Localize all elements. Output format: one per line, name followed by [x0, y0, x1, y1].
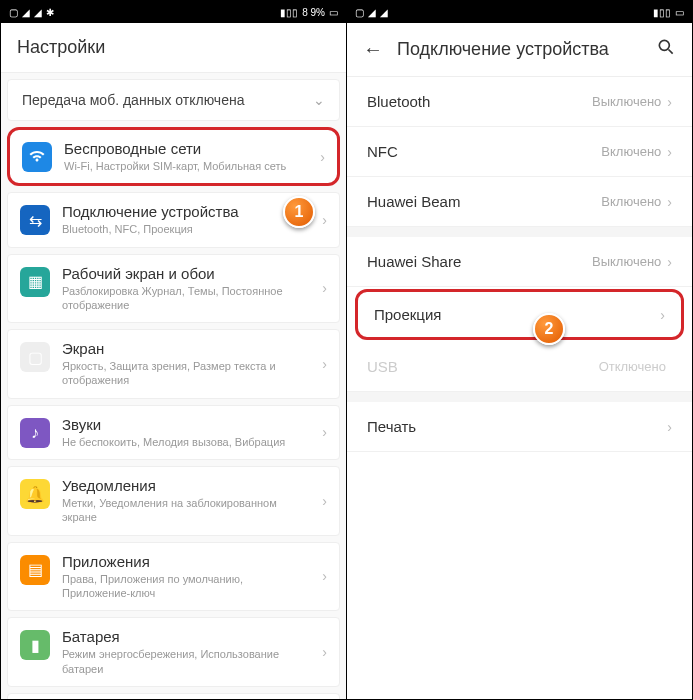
mobile-data-banner[interactable]: Передача моб. данных отключена ⌄ [7, 79, 340, 121]
item-sub: Режим энергосбережения, Использование ба… [62, 647, 310, 676]
chevron-right-icon: › [322, 212, 327, 228]
row-bluetooth[interactable]: Bluetooth Выключено › [347, 77, 692, 127]
row-value: Включено [601, 144, 661, 159]
row-label: USB [367, 358, 599, 375]
svg-line-1 [669, 50, 673, 54]
row-label: Huawei Share [367, 253, 592, 270]
item-sub: Не беспокоить, Мелодия вызова, Вибрация [62, 435, 310, 449]
item-display[interactable]: ▢ Экран Яркость, Защита зрения, Размер т… [7, 329, 340, 399]
chevron-right-icon: › [322, 493, 327, 509]
back-icon[interactable]: ← [363, 38, 383, 61]
item-label: Подключение устройства [62, 203, 310, 220]
item-notifications[interactable]: 🔔 Уведомления Метки, Уведомления на забл… [7, 466, 340, 536]
row-label: Bluetooth [367, 93, 592, 110]
battery-icon: ▮ [20, 630, 50, 660]
wallpaper-icon: ▦ [20, 267, 50, 297]
apps-icon: ▤ [20, 555, 50, 585]
item-home-wallpaper[interactable]: ▦ Рабочий экран и обои Разблокировка Жур… [7, 254, 340, 324]
item-sub: Права, Приложения по умолчанию, Приложен… [62, 572, 310, 601]
phone-right: ▢◢◢ ▮▯▯▭ ← Подключение устройства Blueto… [347, 1, 692, 699]
device-connection-list: Bluetooth Выключено › NFC Включено › Hua… [347, 77, 692, 699]
callout-marker-1: 1 [283, 196, 315, 228]
item-storage[interactable]: ◔ Память Очистка памяти › [7, 693, 340, 699]
row-huawei-share[interactable]: Huawei Share Выключено › [347, 237, 692, 287]
row-value: Включено [601, 194, 661, 209]
chevron-right-icon: › [667, 254, 672, 270]
row-usb: USB Отключено [347, 342, 692, 392]
display-icon: ▢ [20, 342, 50, 372]
row-value: Выключено [592, 254, 661, 269]
item-sub: Метки, Уведомления на заблокированном эк… [62, 496, 310, 525]
bell-icon: 🔔 [20, 479, 50, 509]
item-sub: Яркость, Защита зрения, Размер текста и … [62, 359, 310, 388]
wifi-icon [22, 142, 52, 172]
page-title: Настройки [17, 37, 330, 58]
row-nfc[interactable]: NFC Включено › [347, 127, 692, 177]
chevron-right-icon: › [322, 424, 327, 440]
search-icon[interactable] [656, 37, 676, 62]
chevron-right-icon: › [667, 144, 672, 160]
link-icon: ⇆ [20, 205, 50, 235]
chevron-right-icon: › [667, 94, 672, 110]
item-label: Звуки [62, 416, 310, 433]
row-value: Отключено [599, 359, 666, 374]
section-gap [347, 227, 692, 237]
item-sub: Bluetooth, NFC, Проекция [62, 222, 310, 236]
item-battery[interactable]: ▮ Батарея Режим энергосбережения, Исполь… [7, 617, 340, 687]
sound-icon: ♪ [20, 418, 50, 448]
chevron-right-icon: › [322, 280, 327, 296]
row-print[interactable]: Печать › [347, 402, 692, 452]
chevron-right-icon: › [322, 568, 327, 584]
screenshot-pair: ▢◢◢✱ ▮▯▯8 9%▭ Настройки Передача моб. да… [0, 0, 693, 700]
chevron-down-icon: ⌄ [313, 92, 325, 108]
item-sounds[interactable]: ♪ Звуки Не беспокоить, Мелодия вызова, В… [7, 405, 340, 460]
row-label: NFC [367, 143, 601, 160]
chevron-right-icon: › [667, 419, 672, 435]
row-value: Выключено [592, 94, 661, 109]
status-bar: ▢◢◢ ▮▯▯▭ [347, 1, 692, 23]
header: Настройки [1, 23, 346, 73]
item-wireless-networks[interactable]: Беспроводные сети Wi-Fi, Настройки SIM-к… [7, 127, 340, 186]
chevron-right-icon: › [320, 149, 325, 165]
item-sub: Разблокировка Журнал, Темы, Постоянное о… [62, 284, 310, 313]
chevron-right-icon: › [660, 307, 665, 323]
item-label: Приложения [62, 553, 310, 570]
chevron-right-icon: › [322, 356, 327, 372]
row-label: Печать [367, 418, 667, 435]
row-label: Huawei Beam [367, 193, 601, 210]
chevron-right-icon: › [667, 194, 672, 210]
item-label: Беспроводные сети [64, 140, 308, 157]
row-huawei-beam[interactable]: Huawei Beam Включено › [347, 177, 692, 227]
page-title: Подключение устройства [397, 39, 642, 60]
row-label: Проекция [374, 306, 660, 323]
item-sub: Wi-Fi, Настройки SIM-карт, Мобильная сет… [64, 159, 308, 173]
header: ← Подключение устройства [347, 23, 692, 77]
chevron-right-icon: › [322, 644, 327, 660]
item-apps[interactable]: ▤ Приложения Права, Приложения по умолча… [7, 542, 340, 612]
item-label: Батарея [62, 628, 310, 645]
row-projection[interactable]: Проекция › [355, 289, 684, 340]
item-label: Рабочий экран и обои [62, 265, 310, 282]
item-label: Уведомления [62, 477, 310, 494]
banner-text: Передача моб. данных отключена [22, 92, 244, 108]
phone-left: ▢◢◢✱ ▮▯▯8 9%▭ Настройки Передача моб. да… [1, 1, 347, 699]
svg-point-0 [659, 40, 669, 50]
callout-marker-2: 2 [533, 313, 565, 345]
status-bar: ▢◢◢✱ ▮▯▯8 9%▭ [1, 1, 346, 23]
item-label: Экран [62, 340, 310, 357]
section-gap [347, 392, 692, 402]
